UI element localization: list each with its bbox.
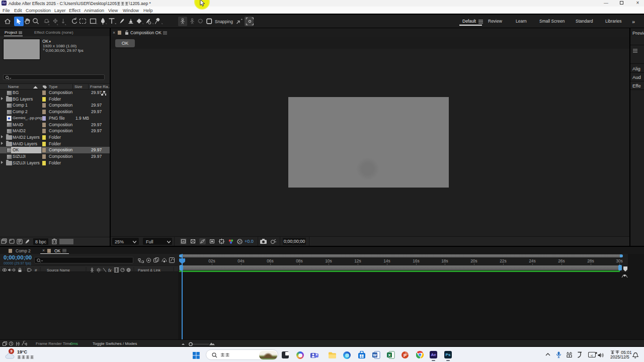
svg-text:fx: fx [108,268,112,273]
svg-text:X: X [388,353,391,357]
svg-text:#: # [35,268,37,273]
svg-text:Source Name: Source Name [47,268,70,273]
svg-text:Parent & Link: Parent & Link [138,268,160,273]
svg-text:x|: x| [591,354,593,357]
svg-text:W: W [373,353,377,357]
svg-text:8 bpc: 8 bpc [35,239,47,244]
svg-text:P: P [404,353,407,358]
